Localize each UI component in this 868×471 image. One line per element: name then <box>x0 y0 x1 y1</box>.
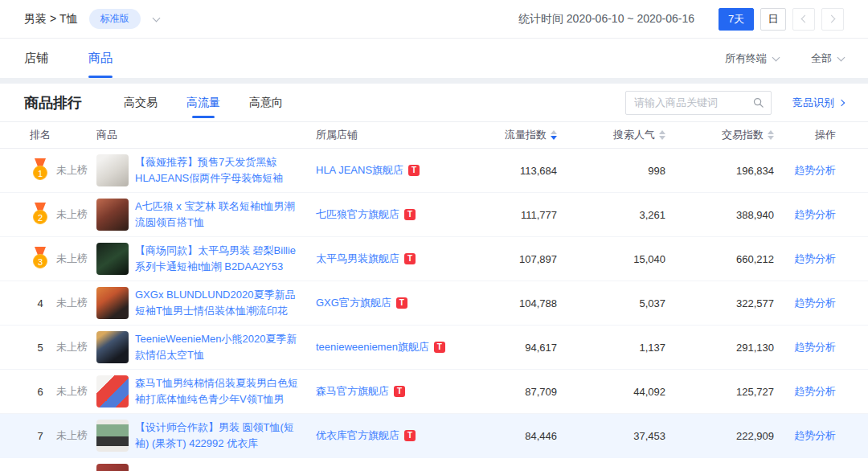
rank-number: 5 <box>24 342 56 354</box>
tab-high-trade[interactable]: 高交易 <box>124 84 158 121</box>
sort-icon <box>551 130 557 140</box>
rank-number: 7 <box>24 430 56 442</box>
trade-index-value: 196,834 <box>665 165 774 177</box>
shop-link[interactable]: 优衣库官方旗舰店 <box>316 428 399 443</box>
trend-analysis-link[interactable]: 趋势分析 <box>794 164 836 176</box>
shop-link[interactable]: 七匹狼官方旗舰店 <box>316 207 399 222</box>
tmall-badge-icon: T <box>434 342 445 353</box>
table-row: 5 未上榜 TeenieWeenieMen小熊2020夏季新款情侣太空T恤 te… <box>0 326 868 370</box>
trade-index-value: 222,909 <box>665 430 774 442</box>
product-thumbnail[interactable] <box>96 375 129 408</box>
search-popularity-value: 44,092 <box>557 386 665 398</box>
flow-index-value: 84,446 <box>481 430 557 442</box>
product-thumbnail[interactable] <box>96 243 129 275</box>
trade-index-value: 660,212 <box>665 253 774 265</box>
chevron-down-icon <box>772 54 780 62</box>
trend-analysis-link[interactable]: 趋势分析 <box>794 429 836 441</box>
shop-link[interactable]: 森马官方旗舰店 <box>316 384 389 399</box>
tmall-badge-icon: T <box>404 253 416 264</box>
trend-analysis-link[interactable]: 趋势分析 <box>794 341 836 353</box>
scope-filter-dropdown[interactable]: 全部 <box>811 51 844 66</box>
header-shop: 所属店铺 <box>316 128 481 142</box>
tab-high-intent[interactable]: 高意向 <box>249 84 283 121</box>
tab-product[interactable]: 商品 <box>88 39 113 78</box>
product-thumbnail[interactable] <box>96 464 129 471</box>
product-thumbnail[interactable] <box>96 154 129 186</box>
search-input[interactable] <box>634 96 752 109</box>
top-bar: 男装 > T恤 标准版 统计时间 2020-06-10 ~ 2020-06-16… <box>0 0 868 39</box>
flow-index-value: 107,897 <box>481 253 557 265</box>
search-popularity-value: 15,040 <box>557 253 665 265</box>
rank-number: 1 <box>33 166 47 180</box>
status-badge: 未上榜 <box>56 340 96 354</box>
header-flow-index-sort[interactable]: 流量指数 <box>505 128 557 142</box>
product-link[interactable]: 【商场同款】太平鸟男装 碧梨Billie系列卡通短袖t恤潮 B2DAA2Y53 <box>135 243 305 275</box>
product-thumbnail[interactable] <box>96 331 129 363</box>
search-popularity-value: 5,037 <box>557 297 665 309</box>
sort-icon <box>768 130 774 140</box>
product-thumbnail[interactable] <box>96 420 129 452</box>
product-link[interactable]: A七匹狼 x 宝芝林 联名短袖t恤男潮流圆领百搭T恤 <box>135 199 305 231</box>
scope-filter-label: 全部 <box>811 51 832 66</box>
rank-number: 6 <box>24 386 56 398</box>
product-link[interactable]: GXGx BLUNDLUND2020夏季新品短袖T恤男士情侣装体恤潮流印花 <box>135 287 305 319</box>
silver-medal-icon: 2 <box>32 203 48 224</box>
product-link[interactable]: 森马T恤男纯棉情侣装夏装男白色短袖打底体恤纯色青少年V领T恤男 <box>135 375 305 408</box>
trade-index-value: 291,130 <box>665 342 774 354</box>
tab-shop[interactable]: 店铺 <box>24 39 48 78</box>
breadcrumb[interactable]: 男装 > T恤 <box>24 12 78 27</box>
chevron-down-icon <box>837 54 845 62</box>
trade-index-value: 388,940 <box>665 209 774 221</box>
trade-index-value: 125,727 <box>665 386 774 398</box>
stats-time-label: 统计时间 <box>518 12 563 25</box>
period-day-button[interactable]: 日 <box>760 8 786 31</box>
trend-analysis-link[interactable]: 趋势分析 <box>794 297 836 309</box>
shop-link[interactable]: GXG官方旗舰店 <box>316 296 391 310</box>
tmall-badge-icon: T <box>394 386 405 397</box>
search-popularity-value: 998 <box>557 165 665 177</box>
next-period-button[interactable] <box>821 8 844 31</box>
product-thumbnail[interactable] <box>96 287 129 319</box>
terminal-filter-dropdown[interactable]: 所有终端 <box>725 51 779 66</box>
flow-index-value: 87,709 <box>481 386 557 398</box>
table-row: 6 未上榜 森马T恤男纯棉情侣装夏装男白色短袖打底体恤纯色青少年V领T恤男 森马… <box>0 370 868 414</box>
table-row: 2 未上榜 A七匹狼 x 宝芝林 联名短袖t恤男潮流圆领百搭T恤 七匹狼官方旗舰… <box>0 193 868 237</box>
tab-high-flow[interactable]: 高流量 <box>186 84 220 121</box>
search-icon[interactable] <box>752 96 764 109</box>
shop-link[interactable]: 太平鸟男装旗舰店 <box>316 252 399 266</box>
status-badge: 未上榜 <box>56 252 96 266</box>
section-divider <box>0 78 868 84</box>
chevron-down-icon[interactable] <box>152 14 160 22</box>
trend-analysis-link[interactable]: 趋势分析 <box>794 385 836 397</box>
product-link[interactable]: 【薇娅推荐】预售7天发货黑鲸 HLAJEANS假两件字母装饰短袖 <box>135 154 305 186</box>
version-badge[interactable]: 标准版 <box>89 9 141 29</box>
chevron-right-icon <box>828 15 836 23</box>
header-flow-index: 流量指数 <box>505 128 547 142</box>
tmall-badge-icon: T <box>404 209 416 220</box>
shop-link[interactable]: HLA JEANS旗舰店 <box>316 163 403 178</box>
rank-number: 3 <box>33 254 47 268</box>
header-action: 操作 <box>774 128 868 142</box>
flow-index-value: 113,684 <box>481 165 557 177</box>
status-badge: 未上榜 <box>56 296 96 310</box>
trend-analysis-link[interactable]: 趋势分析 <box>794 208 836 220</box>
competitor-identify-link[interactable]: 竞品识别 <box>792 96 844 110</box>
header-product: 商品 <box>96 128 316 142</box>
header-search-popularity-sort[interactable]: 搜索人气 <box>613 128 665 142</box>
shop-link[interactable]: teenieweeniemen旗舰店 <box>316 340 429 354</box>
table-row: 1 未上榜 【薇娅推荐】预售7天发货黑鲸 HLAJEANS假两件字母装饰短袖 H… <box>0 149 868 193</box>
trend-analysis-link[interactable]: 趋势分析 <box>794 252 836 264</box>
period-7day-button[interactable]: 7天 <box>719 8 754 31</box>
ranking-section-header: 商品排行 高交易 高流量 高意向 竞品识别 <box>0 84 868 122</box>
status-badge: 未上榜 <box>56 384 96 399</box>
flow-index-value: 104,788 <box>481 297 557 309</box>
product-link[interactable]: TeenieWeenieMen小熊2020夏季新款情侣太空T恤 <box>135 331 305 363</box>
page-title: 商品排行 <box>24 93 82 113</box>
header-trade-index-sort[interactable]: 交易指数 <box>722 128 774 142</box>
product-thumbnail[interactable] <box>96 199 129 231</box>
tmall-badge-icon: T <box>404 430 416 441</box>
prev-period-button[interactable] <box>792 8 815 31</box>
product-link[interactable]: 【设计师合作款】男装 圆领T恤(短袖) (果茶T) 422992 优衣库 <box>135 420 305 452</box>
product-search-box[interactable] <box>625 91 772 115</box>
status-badge: 未上榜 <box>56 163 96 178</box>
